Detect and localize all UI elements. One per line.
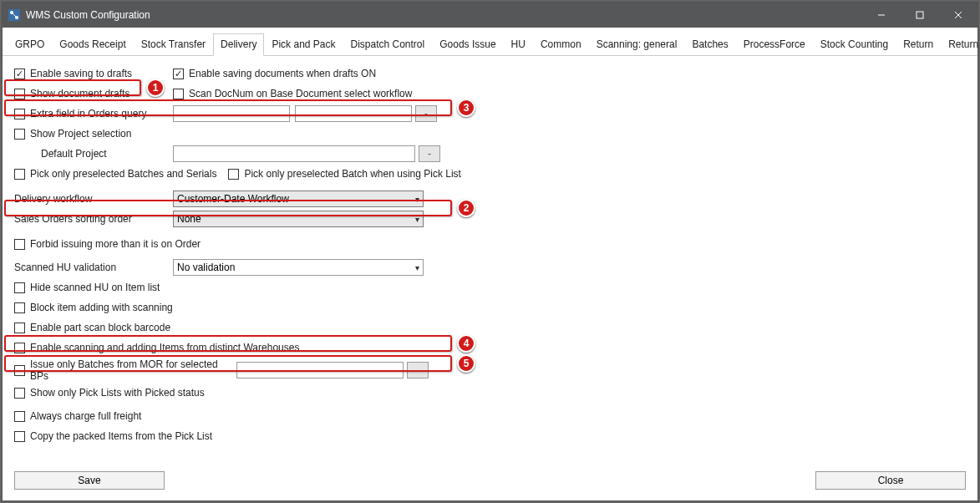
combo-sales-orders-sorting-order-value: None [177,213,201,225]
checkbox-scan-docnum-base-doc[interactable]: Scan DocNum on Base Document select work… [173,88,412,99]
label-pick-only-preselected-batches-serials: Pick only preselected Batches and Serial… [30,168,216,180]
checkbox-icon [14,69,25,79]
checkbox-pick-only-preselected-batches-serials[interactable]: Pick only preselected Batches and Serial… [14,168,216,180]
tab-goods-receipt[interactable]: Goods Receipt [52,33,133,56]
checkbox-icon [173,69,184,79]
checkbox-icon [14,411,25,422]
save-button[interactable]: Save [14,471,165,490]
label-sales-orders-sorting-order: Sales Orders sorting order [14,213,173,225]
pick-issue-only-batches-mor-button[interactable]: - [407,362,429,379]
combo-scanned-hu-validation[interactable]: No validation ▾ [173,259,424,276]
close-button[interactable]: Close [815,471,966,490]
tab-stock-transfer[interactable]: Stock Transfer [134,33,213,56]
tab-processforce[interactable]: ProcessForce [736,33,813,56]
tab-bar: GRPO Goods Receipt Stock Transfer Delive… [3,28,977,56]
tab-scanning-general[interactable]: Scanning: general [589,33,685,56]
tab-grpo[interactable]: GRPO [8,33,52,56]
checkbox-icon [14,89,25,99]
tab-goods-issue[interactable]: Goods Issue [432,33,503,56]
checkbox-icon [14,239,25,250]
chevron-down-icon: ▾ [415,215,419,224]
label-enable-saving-to-drafts: Enable saving to drafts [30,68,132,79]
label-forbid-issuing-more: Forbid issuing more than it is on Order [30,238,201,250]
checkbox-icon [173,89,184,99]
checkbox-show-project-selection[interactable]: Show Project selection [14,128,131,140]
callout-2: 2 [457,199,475,217]
checkbox-icon [14,323,25,333]
callout-badge-3: 3 [457,99,475,117]
checkbox-issue-only-batches-mor[interactable]: Issue only Batches from MOR for selected… [14,358,236,382]
label-pick-only-preselected-batch-picklist: Pick only preselected Batch when using P… [244,168,460,180]
combo-sales-orders-sorting-order[interactable]: None ▾ [173,211,424,227]
combo-delivery-workflow-value: Customer-Date Workflow [177,193,289,205]
tab-hu[interactable]: HU [504,33,533,56]
tab-dispatch-control[interactable]: Dispatch Control [343,33,433,56]
checkbox-enable-part-scan-block-barcode[interactable]: Enable part scan block barcode [14,322,170,333]
label-scan-docnum-base-doc: Scan DocNum on Base Document select work… [189,88,412,99]
callout-badge-2: 2 [457,199,475,217]
tab-stock-counting[interactable]: Stock Counting [813,33,896,56]
checkbox-always-charge-full-freight[interactable]: Always charge full freight [14,410,141,422]
pick-default-project-button[interactable]: - [419,145,440,162]
label-block-item-adding-scanning: Block item adding with scanning [30,302,173,313]
callout-badge-1: 1 [146,79,165,97]
checkbox-block-item-adding-scanning[interactable]: Block item adding with scanning [14,302,173,313]
footer: Save Close [3,465,977,500]
label-enable-saving-docs-drafts-on: Enable saving documents when drafts ON [189,68,376,79]
input-extra-field-2[interactable] [295,105,412,122]
checkbox-enable-scanning-distinct-wh[interactable]: Enable scanning and adding Items from di… [14,342,299,353]
label-issue-only-batches-mor: Issue only Batches from MOR for selected… [30,358,236,382]
input-default-project[interactable] [173,145,415,162]
minimize-button[interactable] [862,3,901,28]
svg-rect-4 [917,12,923,18]
checkbox-icon [14,431,25,442]
window-title: WMS Custom Configuration [26,9,862,21]
checkbox-show-only-picklists-picked[interactable]: Show only Pick Lists with Picked status [14,387,205,399]
label-enable-scanning-distinct-wh: Enable scanning and adding Items from di… [30,342,299,353]
checkbox-copy-packed-items-picklist[interactable]: Copy the packed Items from the Pick List [14,430,212,442]
callout-3: 3 [457,99,475,117]
checkbox-pick-only-preselected-batch-picklist[interactable]: Pick only preselected Batch when using P… [228,168,460,180]
label-always-charge-full-freight: Always charge full freight [30,410,141,422]
input-extra-field-1[interactable] [173,105,290,122]
label-enable-part-scan-block-barcode: Enable part scan block barcode [30,322,170,333]
tab-pick-and-pack[interactable]: Pick and Pack [264,33,343,56]
callout-badge-4: 4 [457,334,475,353]
label-hide-scanned-hu-item-list: Hide scanned HU on Item list [30,282,160,293]
callout-badge-5: 5 [457,354,475,373]
chevron-down-icon: ▾ [415,263,419,272]
checkbox-icon [14,129,25,140]
checkbox-enable-saving-to-drafts[interactable]: Enable saving to drafts [14,68,173,79]
label-extra-field-orders-query: Extra field in Orders query [30,108,146,119]
label-copy-packed-items-picklist: Copy the packed Items from the Pick List [30,430,212,442]
label-show-project-selection: Show Project selection [30,128,131,140]
combo-delivery-workflow[interactable]: Customer-Date Workflow ▾ [173,191,424,207]
label-show-document-drafts: Show document drafts [30,88,129,99]
window-buttons [862,3,977,28]
checkbox-icon [14,388,25,399]
tab-return[interactable]: Return [896,33,941,56]
checkbox-enable-saving-docs-drafts-on[interactable]: Enable saving documents when drafts ON [173,68,376,79]
chevron-down-icon: ▾ [415,195,419,204]
input-issue-only-batches-mor[interactable] [236,362,404,379]
maximize-button[interactable] [901,3,939,28]
pick-extra-field-button[interactable]: - [415,105,437,122]
checkbox-extra-field-orders-query[interactable]: Extra field in Orders query [14,108,173,119]
titlebar: WMS Custom Configuration [3,3,977,28]
tab-common[interactable]: Common [533,33,589,56]
form-content: Enable saving to drafts Enable saving do… [3,56,977,465]
close-window-button[interactable] [939,3,977,28]
checkbox-icon [14,169,25,180]
callout-1: 1 [146,79,165,97]
combo-scanned-hu-validation-value: No validation [177,262,235,273]
checkbox-forbid-issuing-more[interactable]: Forbid issuing more than it is on Order [14,238,201,250]
checkbox-icon [228,169,239,180]
checkbox-icon [14,109,25,119]
tab-delivery[interactable]: Delivery [213,33,264,56]
label-default-project: Default Project [14,148,173,160]
callout-4: 4 [457,334,475,353]
callout-5: 5 [457,354,475,373]
checkbox-hide-scanned-hu-item-list[interactable]: Hide scanned HU on Item list [14,282,160,293]
tab-batches[interactable]: Batches [684,33,735,56]
tab-return-grpo[interactable]: Return GRPO [941,33,980,56]
